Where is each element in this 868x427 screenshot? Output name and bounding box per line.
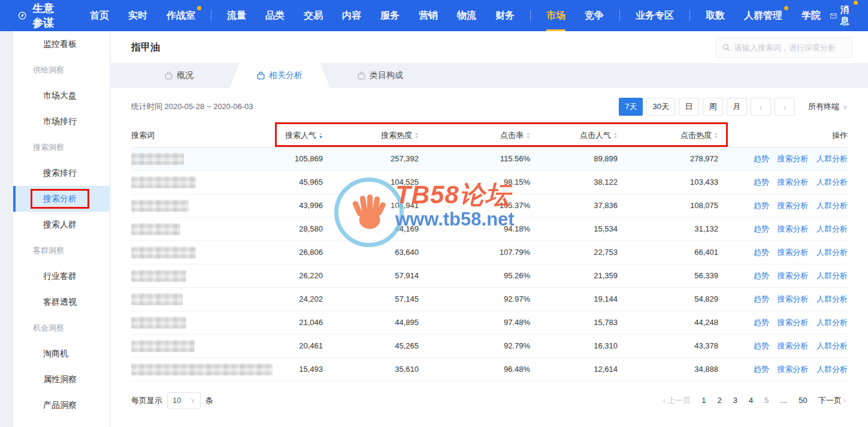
brand-logo[interactable]: 生意参谋 [0,1,80,30]
period-day-button[interactable]: 日 [679,98,699,116]
per-page-control: 每页显示 10 ∨ 条 [131,392,213,409]
trend-link[interactable]: 趋势 [754,271,769,280]
cell-click-heat: 54,829 [618,287,718,311]
sidebar-item-attribute-insight[interactable]: 属性洞察 [13,366,110,392]
crowd-analysis-link[interactable]: 人群分析 [816,178,848,187]
nav-item-home[interactable]: 首页 [80,0,119,31]
search-input[interactable] [734,43,846,52]
next-period-button[interactable]: › [775,98,795,116]
sidebar-item-search-crowd[interactable]: 搜索人群 [13,212,110,237]
search-analysis-link[interactable]: 搜索分析 [777,318,808,327]
page-number-button[interactable]: 4 [748,395,754,406]
trend-link[interactable]: 趋势 [754,201,769,210]
nav-item-marketing[interactable]: 营销 [409,0,447,31]
col-search-heat[interactable]: 搜索热度▲▼ [323,124,419,147]
search-analysis-link[interactable]: 搜索分析 [777,365,808,374]
col-ctr[interactable]: 点击率▲▼ [419,124,530,147]
tab-overview[interactable]: 概况 [129,63,229,88]
page-number-button[interactable]: 1 [701,395,706,406]
period-month-button[interactable]: 月 [727,98,747,116]
page-number-button[interactable]: 50 [798,395,807,406]
col-search-popularity[interactable]: 搜索人气▲▼ [273,124,323,147]
cell-click-heat: 278,972 [618,147,718,170]
period-7d-button[interactable]: 7天 [619,98,643,116]
bag-icon [257,71,265,80]
search-analysis-link[interactable]: 搜索分析 [777,294,808,303]
crowd-analysis-link[interactable]: 人群分析 [816,154,848,163]
tab-related-analysis[interactable]: 相关分析 [229,63,330,88]
sort-icon[interactable]: ▲▼ [613,132,618,139]
crowd-analysis-link[interactable]: 人群分析 [816,318,848,327]
period-30d-button[interactable]: 30天 [646,98,675,116]
trend-link[interactable]: 趋势 [754,318,769,327]
sidebar-item-market-overview[interactable]: 市场大盘 [13,83,110,109]
nav-item-category[interactable]: 品类 [256,0,294,31]
trend-link[interactable]: 趋势 [754,341,769,350]
col-click-popularity[interactable]: 点击人气▲▼ [530,124,618,147]
sort-icon[interactable]: ▲▼ [319,132,323,139]
next-page-button[interactable]: 下一页› [818,395,848,406]
search-analysis-link[interactable]: 搜索分析 [777,224,808,233]
trend-link[interactable]: 趋势 [754,248,769,257]
prev-period-button[interactable]: ‹ [751,98,771,116]
crowd-analysis-link[interactable]: 人群分析 [816,201,848,210]
nav-item-finance[interactable]: 财务 [486,0,524,31]
crowd-analysis-link[interactable]: 人群分析 [816,365,848,374]
sidebar-item-product-insight[interactable]: 产品洞察 [13,392,110,418]
crowd-analysis-link[interactable]: 人群分析 [816,224,848,233]
trend-link[interactable]: 趋势 [754,294,769,303]
search-analysis-link[interactable]: 搜索分析 [777,201,808,210]
sort-icon[interactable]: ▲▼ [415,132,419,139]
page-number-button[interactable]: 2 [716,395,722,406]
nav-item-business-zone[interactable]: 业务专区 [626,0,683,31]
trend-link[interactable]: 趋势 [754,224,769,233]
sidebar-item-customer-perspective[interactable]: 客群透视 [13,289,110,315]
prev-page-button[interactable]: ‹上一页 [661,395,691,406]
sidebar-item-tao-opportunity[interactable]: 淘商机 [13,341,110,366]
nav-item-academy[interactable]: 学院 [792,0,830,31]
search-analysis-link[interactable]: 搜索分析 [777,248,808,257]
per-page-select[interactable]: 10 ∨ [167,392,201,409]
crowd-analysis-link[interactable]: 人群分析 [816,341,848,350]
nav-item-war-room[interactable]: 作战室 [157,0,205,31]
terminal-filter-dropdown[interactable]: 所有终端 ∨ [808,101,848,112]
nav-item-logistics[interactable]: 物流 [447,0,486,31]
col-click-heat[interactable]: 点击热度▲▼ [618,124,718,147]
search-analysis-link[interactable]: 搜索分析 [777,178,808,187]
nav-item-trade[interactable]: 交易 [294,0,332,31]
sidebar-item-market-ranking[interactable]: 市场排行 [13,109,110,134]
sidebar-item-search-analysis[interactable]: 搜索分析 [13,186,110,212]
sidebar-item-search-ranking[interactable]: 搜索排行 [13,160,110,186]
nav-item-traffic[interactable]: 流量 [217,0,256,31]
nav-item-crowd-management[interactable]: 人群管理 [734,0,792,31]
nav-item-content[interactable]: 内容 [332,0,371,31]
page-number-button[interactable]: 3 [733,395,738,406]
nav-item-competition[interactable]: 竞争 [575,0,613,31]
period-week-button[interactable]: 周 [703,98,723,116]
search-analysis-link[interactable]: 搜索分析 [777,154,808,163]
sidebar-item-industry-customer[interactable]: 行业客群 [13,263,110,289]
table-row: 21,046 44,895 97.48% 15,783 44,248 趋势 搜索… [131,311,848,334]
search-analysis-link[interactable]: 搜索分析 [777,341,808,350]
search-analysis-link[interactable]: 搜索分析 [777,271,808,280]
crowd-analysis-link[interactable]: 人群分析 [816,294,848,303]
tab-category-composition[interactable]: 类目构成 [330,63,431,88]
crowd-analysis-link[interactable]: 人群分析 [816,248,848,257]
page-number-button[interactable]: 5 [764,395,770,406]
sort-icon[interactable]: ▲▼ [526,132,530,139]
nav-item-service[interactable]: 服务 [371,0,409,31]
cell-click-popularity: 38,122 [530,170,618,194]
table-row: 15,493 35,610 96.48% 12,614 34,888 趋势 搜索… [131,357,848,381]
crowd-analysis-link[interactable]: 人群分析 [816,271,848,280]
trend-link[interactable]: 趋势 [754,365,769,374]
nav-item-messages[interactable]: 消息 [830,4,852,27]
nav-item-realtime[interactable]: 实时 [119,0,157,31]
sort-icon[interactable]: ▲▼ [714,132,718,139]
trend-link[interactable]: 趋势 [754,154,769,163]
page-number-button[interactable]: ... [780,395,788,406]
cell-search-popularity: 105,869 [273,147,323,170]
nav-item-data-extract[interactable]: 取数 [696,0,734,31]
sidebar-item-monitor-dashboard[interactable]: 监控看板 [13,31,110,57]
nav-item-market[interactable]: 市场 [537,0,575,31]
trend-link[interactable]: 趋势 [754,178,769,187]
